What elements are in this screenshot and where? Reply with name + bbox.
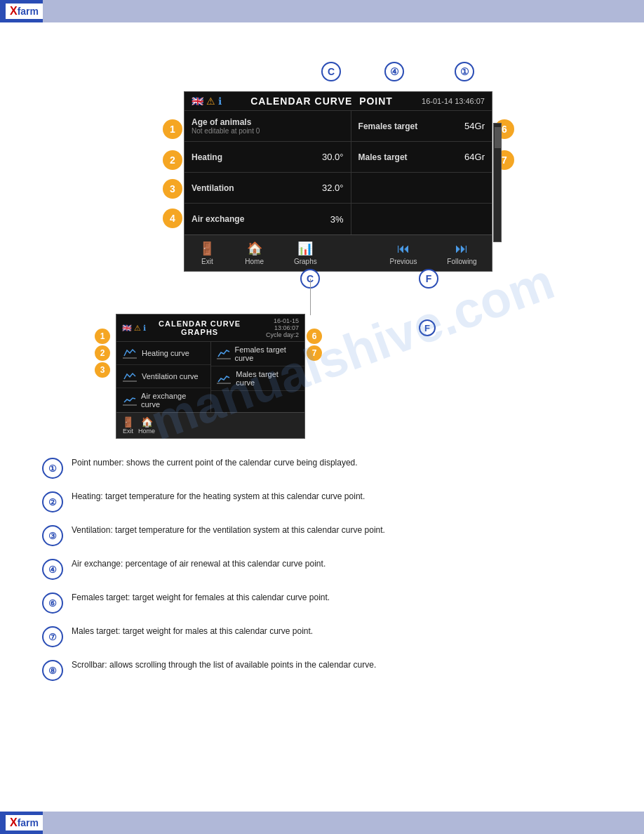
desc-num-4: ④ xyxy=(42,559,63,580)
ventilation-curve-label: Ventilation curve xyxy=(142,372,199,380)
exit-label: Exit xyxy=(201,258,213,265)
graphs-exit-label: Exit xyxy=(123,428,133,435)
panel-cell-heating[interactable]: Heating 30.0° xyxy=(185,142,351,172)
ref-label-1: ① xyxy=(455,62,474,81)
desc-item-2: ② Heating: target temperature for the he… xyxy=(42,490,631,512)
connector-line xyxy=(310,279,311,315)
graphs-header: 🇬🇧 ⚠ ℹ CALENDAR CURVE GRAPHS 16-01-15 13… xyxy=(116,315,304,342)
spacer-button xyxy=(342,243,365,264)
desc-num-7: ⑦ xyxy=(42,626,63,647)
graph-ventilation-icon xyxy=(122,369,137,384)
home-label: Home xyxy=(245,258,264,265)
graphs-content: Heating curve Ventilation curve Air exch… xyxy=(116,342,304,412)
desc-text-6: Females target: target weight for female… xyxy=(72,591,330,604)
badge-1-graphs: 1 xyxy=(95,329,110,344)
footer-logo-x: X xyxy=(10,816,18,829)
panel-row-3: Ventilation 32.0° xyxy=(185,173,492,204)
graphs-toolbar: 🚪 Exit 🏠 Home xyxy=(116,412,304,438)
graph-males-icon xyxy=(217,371,232,386)
graphs-row-airexchange[interactable]: Air exchange curve xyxy=(116,388,210,412)
desc-text-2: Heating: target temperature for the heat… xyxy=(72,490,365,503)
graphs-left-col: Heating curve Ventilation curve Air exch… xyxy=(116,342,211,412)
following-icon: ⏭ xyxy=(455,241,468,256)
desc-text-3: Ventilation: target temperature for the … xyxy=(72,524,385,536)
panel-cell-age: Age of animals Not editable at point 0 xyxy=(185,111,351,141)
description-section: ① Point number: shows the current point … xyxy=(42,456,631,692)
svg-rect-4 xyxy=(217,383,231,384)
footer-bar: Xfarm xyxy=(0,812,644,834)
scrollbar-thumb[interactable] xyxy=(495,127,502,148)
desc-num-6: ⑥ xyxy=(42,593,63,614)
previous-icon: ⏮ xyxy=(397,241,410,256)
desc-num-1: ① xyxy=(42,458,63,479)
graphs-row-females[interactable]: Females target curve xyxy=(211,342,305,366)
desc-item-3: ③ Ventilation: target temperature for th… xyxy=(42,524,631,546)
graphs-row-ventilation[interactable]: Ventilation curve xyxy=(116,365,210,388)
panel-header: 🇬🇧 ⚠ ℹ CALENDAR CURVE POINT 16-01-14 13:… xyxy=(185,92,492,111)
males-curve-label: Males target curve xyxy=(236,370,299,387)
footer-logo: Xfarm xyxy=(6,815,43,830)
badge-3-graphs: 3 xyxy=(95,362,110,378)
f-graphs-label: F xyxy=(419,319,436,336)
panel-row-1: Age of animals Not editable at point 0 F… xyxy=(185,111,492,142)
graphs-home-label: Home xyxy=(138,428,155,435)
badge-2-main: 2 xyxy=(163,150,182,170)
header-logo: Xfarm xyxy=(6,4,43,19)
heating-value: 30.0° xyxy=(322,152,344,162)
desc-item-1: ① Point number: shows the current point … xyxy=(42,456,631,479)
badge-1-main: 1 xyxy=(163,119,182,139)
svg-rect-1 xyxy=(123,380,137,382)
f-ref-label: F xyxy=(419,269,438,289)
home-icon: 🏠 xyxy=(247,241,262,256)
graphs-exit-button[interactable]: 🚪 Exit xyxy=(122,416,134,435)
graph-airexchange-icon xyxy=(122,392,137,408)
ref-label-4: ④ xyxy=(384,62,404,81)
previous-button[interactable]: ⏮ Previous xyxy=(384,240,422,267)
warning-icon: ⚠ xyxy=(206,95,215,107)
graphs-home-icon: 🏠 xyxy=(141,416,153,428)
panel-cell-ventilation[interactable]: Ventilation 32.0° xyxy=(185,173,351,203)
females-label: Females target xyxy=(358,121,418,131)
scrollbar[interactable] xyxy=(493,123,502,242)
exit-icon: 🚪 xyxy=(199,241,215,256)
panel-toolbar: 🚪 Exit 🏠 Home 📊 Graphs ⏮ Previous ⏭ Foll… xyxy=(185,234,492,271)
ventilation-label: Ventilation xyxy=(192,183,234,193)
ref-label-c: C xyxy=(321,62,341,81)
footer-logo-farm: farm xyxy=(18,817,39,828)
graphs-row-heating[interactable]: Heating curve xyxy=(116,342,210,365)
panel-row-4: Air exchange 3% xyxy=(185,204,492,234)
age-sublabel: Not editable at point 0 xyxy=(192,127,344,135)
badge-7-graphs: 7 xyxy=(307,345,322,361)
header-right-area xyxy=(43,0,644,22)
desc-num-2: ② xyxy=(42,491,63,512)
footer-right-area xyxy=(43,812,644,834)
panel-title: CALENDAR CURVE POINT xyxy=(222,95,422,107)
graphs-row-males[interactable]: Males target curve xyxy=(211,366,305,391)
graphs-button[interactable]: 📊 Graphs xyxy=(288,239,323,267)
badge-3-main: 3 xyxy=(163,179,182,199)
panel-cell-males: Males target 64Gr xyxy=(351,142,492,172)
males-value: 64Gr xyxy=(464,152,485,162)
panel-header-icons: 🇬🇧 ⚠ ℹ xyxy=(192,95,222,107)
graphs-icon: 📊 xyxy=(297,241,313,256)
exit-button[interactable]: 🚪 Exit xyxy=(194,239,220,267)
airexchange-value: 3% xyxy=(330,214,344,225)
graphs-flag-icon: 🇬🇧 xyxy=(122,324,132,333)
panel-cell-airexchange[interactable]: Air exchange 3% xyxy=(185,204,351,234)
heating-label: Heating xyxy=(192,152,222,162)
header-bar: Xfarm xyxy=(0,0,644,22)
graphs-home-button[interactable]: 🏠 Home xyxy=(138,416,155,435)
desc-item-8: ⑧ Scrollbar: allows scrolling through th… xyxy=(42,658,631,681)
desc-num-3: ③ xyxy=(42,525,63,546)
graphs-panel: 🇬🇧 ⚠ ℹ CALENDAR CURVE GRAPHS 16-01-15 13… xyxy=(116,314,305,439)
graphs-exit-icon: 🚪 xyxy=(122,416,134,428)
panel-cell-females: Females target 54Gr xyxy=(351,111,492,141)
following-button[interactable]: ⏭ Following xyxy=(441,240,482,267)
airexchange-curve-label: Air exchange curve xyxy=(141,392,204,409)
graph-females-icon xyxy=(217,346,231,362)
badge-4-main: 4 xyxy=(163,208,182,228)
badge-2-graphs: 2 xyxy=(95,345,110,361)
desc-text-7: Males target: target weight for males at… xyxy=(72,625,313,637)
svg-rect-0 xyxy=(123,357,137,359)
home-button[interactable]: 🏠 Home xyxy=(239,239,269,267)
